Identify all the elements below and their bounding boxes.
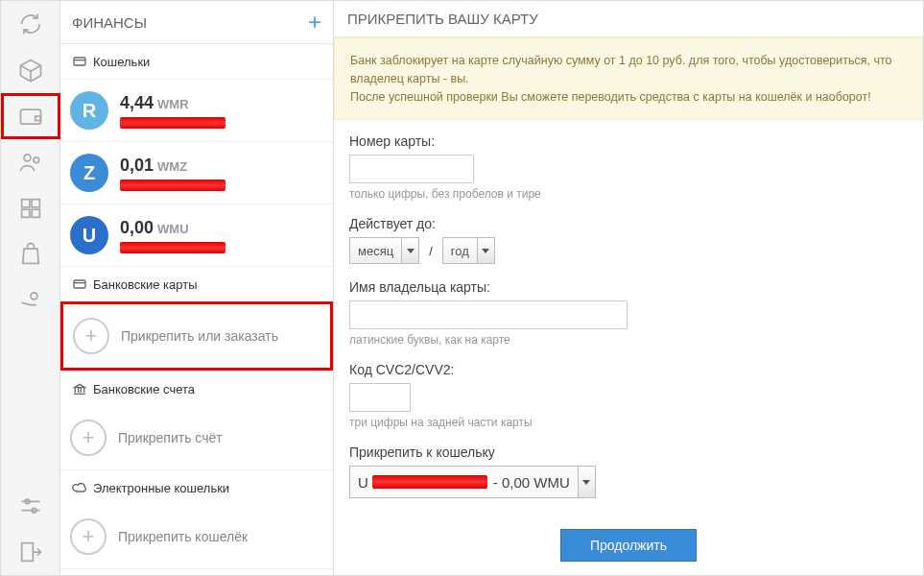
box-icon[interactable] xyxy=(1,47,60,93)
section-ewallets-label: Электронные кошельки xyxy=(93,481,229,495)
holder-hint: латинские буквы, как на карте xyxy=(349,333,908,347)
redacted-wallet-number xyxy=(120,180,225,191)
section-wallets-label: Кошельки xyxy=(93,55,150,69)
wallet-currency: WMR xyxy=(157,97,189,111)
holder-label: Имя владельца карты: xyxy=(349,279,908,295)
section-cards-label: Банковские карты xyxy=(93,277,198,292)
svg-point-2 xyxy=(34,157,39,163)
attach-card-form: Номер карты: только цифры, без пробелов … xyxy=(334,120,923,575)
wallet-badge-u: U xyxy=(70,216,108,254)
card-icon xyxy=(72,54,87,69)
redacted-wallet-number xyxy=(372,475,487,489)
attach-wallet-suffix: - 0,00 WMU xyxy=(493,474,570,491)
bank-icon xyxy=(72,381,87,396)
continue-button[interactable]: Продолжить xyxy=(560,529,697,562)
cloud-icon xyxy=(72,480,87,495)
attach-ewallet-label: Прикрепить кошелёк xyxy=(118,529,248,544)
logout-icon[interactable] xyxy=(1,529,60,575)
apps-icon[interactable] xyxy=(1,185,60,231)
plus-circle-icon: + xyxy=(70,518,107,555)
notice-line2: После успешной проверки Вы сможете перев… xyxy=(350,88,907,107)
svg-rect-6 xyxy=(32,209,39,217)
section-cards-header: Банковские карты xyxy=(60,267,333,301)
nav-rail xyxy=(1,1,60,575)
page-title: ПРИКРЕПИТЬ ВАШУ КАРТУ xyxy=(334,1,923,37)
expiry-separator: / xyxy=(429,244,433,258)
card-number-input[interactable] xyxy=(349,155,474,183)
section-bank-header: Банковские счета xyxy=(60,372,333,406)
attach-card-label: Прикрепить или заказать xyxy=(121,328,278,344)
attach-card-button[interactable]: + Прикрепить или заказать xyxy=(60,301,333,371)
notice-banner: Банк заблокирует на карте случайную сумм… xyxy=(334,37,923,120)
chevron-down-icon xyxy=(477,238,494,263)
app-root: ФИНАНСЫ + Кошельки R 4,44WMR Z 0,01WMZ xyxy=(0,0,924,576)
svg-rect-12 xyxy=(74,280,85,288)
attach-wallet-prefix: U xyxy=(358,474,368,491)
attach-account-label: Прикрепить счёт xyxy=(118,430,223,445)
expires-label: Действует до: xyxy=(349,216,908,231)
section-ewallets-header: Электронные кошельки xyxy=(60,470,333,505)
sidebar-header: ФИНАНСЫ + xyxy=(60,1,333,44)
svg-point-1 xyxy=(24,155,31,161)
chevron-down-icon xyxy=(401,238,418,263)
wallet-nav-icon[interactable] xyxy=(1,93,60,139)
sidebar-title: ФИНАНСЫ xyxy=(72,14,147,31)
cvc-hint: три цифры на задней части карты xyxy=(349,416,908,429)
svg-rect-4 xyxy=(32,200,39,207)
plus-circle-icon: + xyxy=(70,420,107,456)
refresh-icon[interactable] xyxy=(1,1,60,47)
chevron-down-icon xyxy=(578,467,595,497)
card-icon xyxy=(72,276,87,292)
wallet-amount: 0,01 xyxy=(120,156,154,175)
wallet-currency: WMU xyxy=(157,222,189,236)
sidebar: ФИНАНСЫ + Кошельки R 4,44WMR Z 0,01WMZ xyxy=(60,1,334,575)
card-number-hint: только цифры, без пробелов и тире xyxy=(349,187,908,201)
wallet-badge-z: Z xyxy=(70,154,108,192)
cvc-label: Код CVC2/CVV2: xyxy=(349,362,908,377)
expiry-month-select[interactable]: месяц xyxy=(349,237,419,264)
shopping-bag-icon[interactable] xyxy=(1,231,60,277)
svg-rect-11 xyxy=(74,58,85,65)
holder-name-input[interactable] xyxy=(349,300,628,329)
attach-account-button[interactable]: + Прикрепить счёт xyxy=(60,406,333,469)
wallet-amount: 4,44 xyxy=(120,93,154,112)
add-plus-icon[interactable]: + xyxy=(308,11,321,34)
plus-circle-icon: + xyxy=(73,318,109,354)
svg-rect-3 xyxy=(22,200,30,207)
settings-sliders-icon[interactable] xyxy=(1,483,60,529)
wallet-item-wmr[interactable]: R 4,44WMR xyxy=(60,79,333,141)
attach-wallet-select[interactable]: U - 0,00 WMU xyxy=(349,466,596,498)
expiry-year-select[interactable]: год xyxy=(442,237,495,264)
attach-ewallet-button[interactable]: + Прикрепить кошелёк xyxy=(60,505,333,568)
card-number-label: Номер карты: xyxy=(349,133,908,149)
wallet-item-wmu[interactable]: U 0,00WMU xyxy=(60,204,333,266)
main-panel: ПРИКРЕПИТЬ ВАШУ КАРТУ Банк заблокирует н… xyxy=(334,1,923,575)
section-bank-label: Банковские счета xyxy=(93,382,195,396)
expiry-month-value: месяц xyxy=(350,244,401,258)
svg-point-7 xyxy=(31,293,37,300)
svg-rect-5 xyxy=(22,209,30,217)
section-wallets-header: Кошельки xyxy=(60,44,333,79)
wallet-badge-r: R xyxy=(70,91,108,130)
wallet-amount: 0,00 xyxy=(120,218,154,237)
contacts-icon[interactable] xyxy=(1,139,60,185)
wallet-currency: WMZ xyxy=(157,159,187,174)
wallet-item-wmz[interactable]: Z 0,01WMZ xyxy=(60,141,333,204)
hand-coins-icon[interactable] xyxy=(1,277,60,324)
cvc-input[interactable] xyxy=(349,383,411,412)
attach-wallet-label: Прикрепить к кошельку xyxy=(349,444,908,460)
notice-line1: Банк заблокирует на карте случайную сумм… xyxy=(350,52,907,88)
expiry-year-value: год xyxy=(443,244,477,258)
redacted-wallet-number xyxy=(120,117,225,129)
redacted-wallet-number xyxy=(120,242,225,253)
svg-rect-10 xyxy=(22,543,34,562)
